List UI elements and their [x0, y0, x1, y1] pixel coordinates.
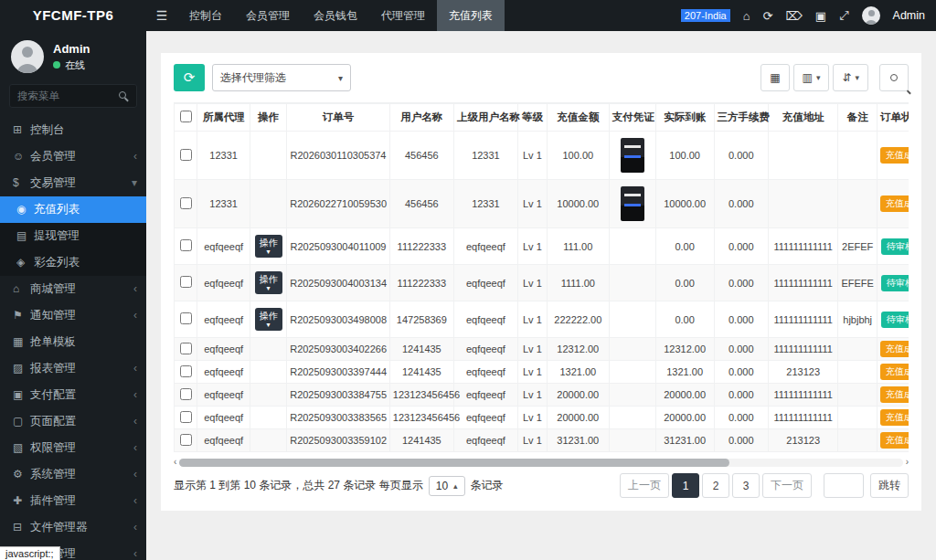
- row-checkbox[interactable]: [180, 434, 192, 446]
- sidebar-item[interactable]: ▦抢单模板: [0, 329, 146, 355]
- order-status-badge: 待审核: [881, 238, 909, 255]
- table-row: eqfqeeqfR2025093003384755123123456456eqf…: [175, 384, 909, 407]
- refresh-icon: ⟳: [184, 69, 196, 85]
- cell-address: 111111111111: [768, 265, 837, 301]
- page-button-3[interactable]: 3: [732, 473, 760, 498]
- cell-fee: 0.000: [714, 361, 768, 384]
- agent-filter-select[interactable]: 选择代理筛选 ▾: [212, 64, 351, 91]
- chevron-down-icon: ▾: [855, 73, 859, 82]
- sidebar-item[interactable]: ▢页面配置‹: [0, 408, 146, 435]
- sidebar-item[interactable]: ▣支付配置‹: [0, 382, 146, 408]
- cell-level: Lv 1: [517, 228, 547, 265]
- sidebar-item[interactable]: ▤提现管理: [0, 223, 146, 249]
- topbar-avatar[interactable]: [862, 6, 880, 25]
- table-row: eqfqeeqf操作▾R2025093004011009111222333eqf…: [175, 228, 909, 265]
- clear-cache-icon[interactable]: ▣: [815, 9, 826, 23]
- sidebar-item-label: 控制台: [30, 117, 137, 143]
- row-checkbox[interactable]: [180, 276, 192, 288]
- sidebar-item[interactable]: ⚙系统管理‹: [0, 461, 146, 488]
- admin-menu[interactable]: Admin: [893, 9, 925, 22]
- select-all-checkbox[interactable]: [180, 111, 192, 122]
- scrollbar-track[interactable]: [179, 459, 902, 467]
- sidebar-item[interactable]: ▧权限管理‹: [0, 435, 146, 461]
- topbar: ☰ 控制台会员管理会员钱包代理管理充值列表 207-India ⌂⟳⌦▣⤢ Ad…: [146, 0, 936, 31]
- refresh-icon[interactable]: ⟳: [763, 9, 773, 23]
- row-checkbox[interactable]: [180, 343, 192, 354]
- row-checkbox[interactable]: [180, 388, 192, 400]
- sidebar-item-label: 系统管理: [30, 461, 133, 488]
- row-actions-button[interactable]: 操作▾: [255, 271, 282, 295]
- page-button-2[interactable]: 2: [702, 473, 729, 498]
- cell-order-no: R2025093003383565: [287, 407, 390, 429]
- cell-status: 充值成功: [877, 407, 909, 429]
- sidebar-item-label: 充值列表: [34, 196, 137, 223]
- sidebar-item[interactable]: ⊟文件管理器‹: [0, 514, 146, 541]
- search-button[interactable]: [879, 64, 909, 91]
- sidebar-item[interactable]: ⚑通知管理‹: [0, 302, 146, 329]
- language-selected-text[interactable]: 207-India: [681, 9, 730, 22]
- cell-level: Lv 1: [517, 265, 547, 301]
- trash-icon[interactable]: ⌦: [785, 9, 802, 23]
- cell-actions: 操作▾: [250, 301, 286, 338]
- row-actions-button[interactable]: 操作▾: [255, 308, 282, 332]
- sidebar-item[interactable]: $交易管理▾: [0, 170, 146, 196]
- row-checkbox[interactable]: [180, 149, 192, 161]
- cell-fee: 0.000: [714, 228, 768, 265]
- row-checkbox[interactable]: [180, 312, 192, 324]
- row-checkbox[interactable]: [180, 411, 192, 423]
- cell-username: 456456: [389, 132, 453, 180]
- dashboard-icon: ⊞: [13, 117, 30, 143]
- cell-parent-username: eqfqeeqf: [453, 407, 517, 429]
- fullscreen-icon[interactable]: ⤢: [839, 8, 848, 23]
- cell-agent: eqfqeeqf: [197, 384, 250, 407]
- page-button-1[interactable]: 1: [672, 473, 699, 498]
- chevron-left-icon: ‹: [133, 435, 137, 461]
- sidebar-item[interactable]: ▨报表管理‹: [0, 355, 146, 382]
- row-actions-button[interactable]: 操作▾: [255, 235, 282, 259]
- row-checkbox[interactable]: [180, 239, 192, 251]
- payment-voucher-image[interactable]: [621, 186, 644, 221]
- sidebar-item[interactable]: ✚插件管理‹: [0, 488, 146, 514]
- page-size-select[interactable]: 10 ▴: [429, 476, 465, 496]
- export-button[interactable]: ⇵▾: [833, 64, 868, 91]
- toggle-view-button[interactable]: ▦: [760, 64, 789, 91]
- row-select-cell: [175, 384, 197, 407]
- columns-icon: ▥: [803, 71, 813, 84]
- cell-agent: eqfqeeqf: [197, 301, 250, 338]
- scrollbar-thumb[interactable]: [179, 459, 729, 467]
- topbar-tab[interactable]: 控制台: [177, 0, 234, 31]
- row-checkbox[interactable]: [180, 197, 192, 209]
- menu-toggle-icon[interactable]: ☰: [146, 8, 177, 23]
- sidebar-item[interactable]: ◈彩金列表: [0, 249, 146, 276]
- table-footer: 显示第 1 到第 10 条记录，总共 27 条记录 每页显示 10 ▴ 条记录 …: [174, 473, 909, 498]
- topbar-tab[interactable]: 会员管理: [234, 0, 302, 31]
- table-row: eqfqeeqfR20250930033591021241435eqfqeeqf…: [175, 429, 909, 452]
- sidebar-item[interactable]: ☺会员管理‹: [0, 143, 146, 170]
- menu-search-input[interactable]: [9, 84, 137, 108]
- jump-button[interactable]: 跳转: [870, 473, 909, 498]
- topbar-tab[interactable]: 会员钱包: [302, 0, 369, 31]
- jump-page-input[interactable]: [824, 473, 864, 498]
- refresh-button[interactable]: ⟳: [174, 64, 205, 91]
- sidebar-item[interactable]: ◉充值列表: [0, 196, 146, 223]
- user-status: 在线: [53, 58, 90, 72]
- scroll-left-icon[interactable]: ‹: [174, 457, 176, 468]
- sidebar-item-label: 彩金列表: [34, 249, 137, 276]
- payment-config-icon: ▣: [13, 382, 30, 408]
- sidebar-item[interactable]: ⊞控制台: [0, 117, 146, 143]
- scroll-right-icon[interactable]: ›: [906, 457, 909, 468]
- row-checkbox[interactable]: [180, 365, 192, 377]
- topbar-right: 207-India ⌂⟳⌦▣⤢ Admin: [681, 6, 936, 25]
- next-page-button[interactable]: 下一页: [762, 473, 812, 498]
- prev-page-button[interactable]: 上一页: [620, 473, 669, 498]
- topbar-tab[interactable]: 充值列表: [437, 0, 505, 31]
- topbar-tab[interactable]: 代理管理: [369, 0, 437, 31]
- sidebar-item-label: 文件管理器: [30, 514, 133, 541]
- sidebar-item[interactable]: ⌂商城管理‹: [0, 276, 146, 302]
- home-icon[interactable]: ⌂: [743, 9, 750, 23]
- columns-button[interactable]: ▥▾: [793, 64, 830, 91]
- cell-level: Lv 1: [517, 301, 547, 338]
- column-header: 充值地址: [768, 104, 837, 132]
- payment-voucher-image[interactable]: [621, 138, 644, 173]
- cell-username: 1241435: [389, 338, 453, 361]
